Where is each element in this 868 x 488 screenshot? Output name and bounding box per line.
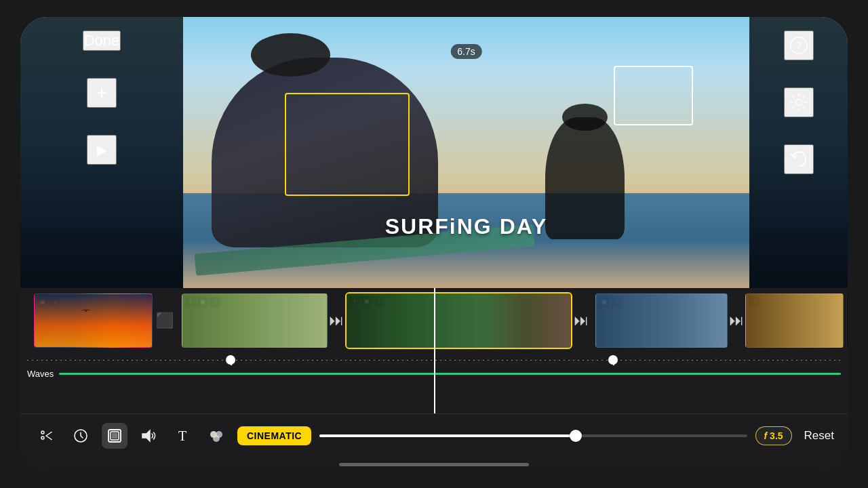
volume-tool[interactable] [136, 423, 161, 449]
speed-icon [73, 428, 89, 444]
svg-rect-6 [112, 433, 117, 439]
reset-button[interactable]: Reset [804, 429, 834, 443]
home-bar [339, 463, 529, 466]
plus-icon: + [96, 82, 107, 104]
left-sidebar: Done + ▶ [20, 17, 183, 288]
skip-button-3[interactable]: ⏭ [729, 312, 744, 329]
slider-thumb[interactable] [570, 430, 582, 442]
focus-box-white[interactable] [614, 66, 693, 125]
volume-icon [140, 428, 157, 444]
scissors-tool[interactable] [34, 423, 60, 449]
timeline-clips-row: ▣ ♪ ~v~ ⬛ T ▣ ♪ [20, 288, 848, 352]
undo-icon [789, 150, 808, 169]
play-button[interactable]: ▶ [87, 135, 117, 165]
clip-sunset2[interactable]: ♪ [745, 293, 844, 348]
skip-button-2[interactable]: ⏭ [574, 312, 589, 329]
aperture-badge: f 3.5 [755, 426, 792, 445]
crop-icon [106, 427, 123, 445]
help-button[interactable]: ? [784, 30, 814, 60]
crop-tool[interactable] [102, 423, 127, 449]
focus-box-yellow[interactable] [285, 93, 410, 196]
color-icon [208, 428, 224, 444]
clip-beach1[interactable]: T ▣ ♪ [182, 293, 328, 348]
text-tool[interactable]: T [170, 423, 195, 449]
svg-text:?: ? [795, 39, 801, 51]
svg-point-2 [795, 100, 802, 106]
timeline-area: ▣ ♪ ~v~ ⬛ T ▣ ♪ [20, 288, 848, 413]
scissors-icon [39, 428, 55, 444]
video-title: SURFiNG DAY [385, 214, 548, 239]
settings-button[interactable] [784, 87, 814, 117]
bottom-toolbar: T CINEMATIC f 3.5 Reset [20, 413, 848, 458]
waves-label: Waves [27, 369, 54, 379]
beach-scene: 6.7s SURFiNG DAY [183, 17, 749, 288]
aperture-icon: f [764, 430, 768, 441]
undo-button[interactable] [784, 144, 814, 174]
color-tool[interactable] [203, 423, 229, 449]
clip-black[interactable] [846, 293, 848, 348]
speed-tool[interactable] [68, 423, 94, 449]
play-icon: ▶ [97, 142, 107, 158]
audio-bar: Waves [20, 366, 848, 381]
skip-button-1[interactable]: ⏭ [329, 312, 344, 329]
add-button[interactable]: + [87, 78, 117, 108]
question-icon: ? [789, 36, 808, 55]
video-preview: Done + ▶ ? [20, 17, 848, 288]
video-content: 6.7s SURFiNG DAY [183, 17, 749, 288]
clip-sunset[interactable]: ▣ ♪ ~v~ [34, 293, 153, 348]
clip-surf1[interactable]: ▣ ♪ [595, 293, 728, 348]
right-sidebar: ? [749, 17, 848, 288]
scrubber-handle-right[interactable] [608, 355, 618, 365]
scrubber-area [27, 354, 841, 366]
gear-icon [789, 93, 808, 112]
clip-main-selected[interactable]: T ▣ ♪ [345, 292, 572, 349]
done-button[interactable]: Done [83, 30, 121, 51]
svg-marker-7 [142, 430, 150, 441]
audio-waveform [59, 373, 841, 375]
depth-slider[interactable] [319, 434, 747, 437]
transition-icon-1[interactable]: ⬛ [155, 312, 174, 329]
aperture-value: 3.5 [770, 430, 783, 441]
scrubber-handle-left[interactable] [226, 355, 235, 365]
time-badge: 6.7s [450, 44, 481, 59]
text-icon: T [178, 428, 186, 444]
svg-point-10 [213, 435, 220, 442]
home-indicator [20, 458, 848, 471]
slider-fill [319, 434, 576, 437]
phone-frame: Done + ▶ ? [20, 17, 848, 471]
cinematic-button[interactable]: CINEMATIC [237, 426, 311, 445]
